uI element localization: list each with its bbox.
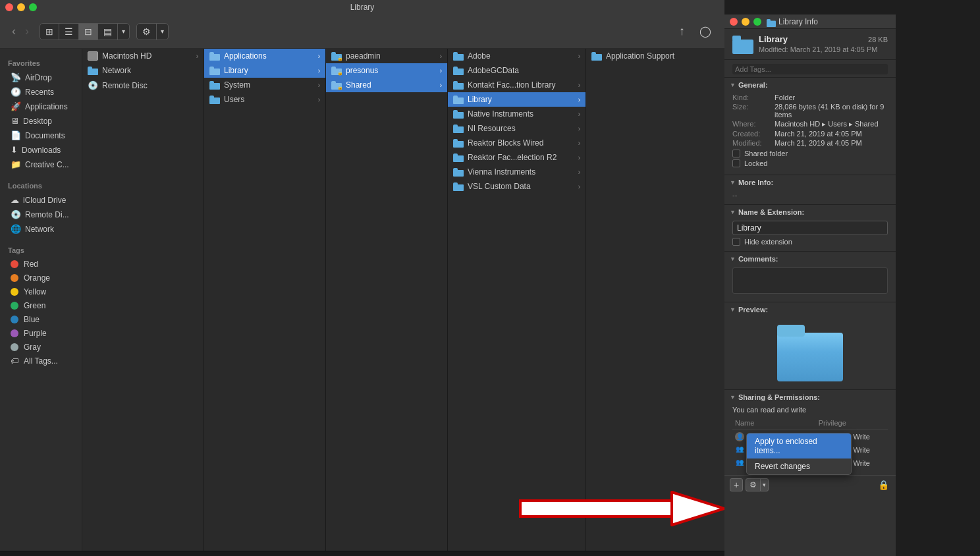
folder-icon — [209, 52, 220, 61]
general-section-header[interactable]: ▼ General: — [724, 78, 896, 92]
item-name: Library — [468, 95, 574, 104]
maximize-button[interactable] — [29, 3, 37, 11]
applications-icon: 🚀 — [11, 101, 21, 111]
list-item[interactable]: 🔒 presonus › — [326, 63, 447, 78]
shared-folder-row[interactable]: Shared folder — [732, 150, 888, 157]
list-item[interactable]: Reaktor Blocks Wired › — [448, 136, 585, 150]
view-column-button[interactable]: ⊟ — [79, 24, 98, 40]
forward-button[interactable]: › — [21, 23, 33, 40]
list-item[interactable]: Applications › — [204, 49, 325, 63]
list-item[interactable]: 🔒 Shared › — [326, 78, 447, 92]
revert-changes-item[interactable]: Revert changes — [747, 459, 851, 474]
sidebar-item-airdrop[interactable]: 📡 AirDrop — [3, 70, 79, 84]
sidebar-item-remotedi[interactable]: 💿 Remote Di... — [3, 208, 79, 221]
item-name: Applications — [224, 51, 314, 61]
minimize-button[interactable] — [17, 3, 25, 11]
name-input[interactable] — [732, 221, 888, 235]
sidebar-item-creative[interactable]: 📁 Creative C... — [3, 157, 79, 171]
sharing-label: Sharing & Permissions: — [738, 393, 820, 401]
tags-button[interactable]: ◯ — [694, 22, 717, 40]
view-gallery-button[interactable]: ▤ — [98, 24, 117, 40]
sidebar-item-recents[interactable]: 🕐 Recents — [3, 85, 79, 99]
comments-textarea[interactable] — [732, 267, 888, 294]
close-button[interactable] — [5, 3, 13, 11]
tag-orange[interactable]: Orange — [3, 271, 79, 285]
back-button[interactable]: ‹ — [8, 23, 20, 40]
column-1: Macintosh HD › Network 💿 Remote Disc — [82, 49, 204, 551]
list-item[interactable]: Library › — [448, 92, 585, 107]
list-item[interactable]: 🔒 paeadmin › — [326, 49, 447, 63]
tag-all[interactable]: 🏷 All Tags... — [3, 354, 79, 368]
hide-ext-label: Hide extension — [744, 238, 792, 246]
list-item[interactable]: 💿 Remote Disc — [82, 78, 204, 93]
add-tags-input[interactable] — [732, 64, 888, 74]
remotedi-label: Remote Di... — [25, 210, 69, 219]
sidebar-item-applications[interactable]: 🚀 Applications — [3, 99, 79, 113]
sidebar-item-downloads[interactable]: ⬇ Downloads — [3, 143, 79, 157]
name-extension-section: ▼ Name & Extension: Hide extension — [724, 205, 896, 252]
action-dropdown-button[interactable]: ▾ — [156, 24, 168, 40]
folder-lock-icon: 🔒 — [331, 81, 342, 90]
list-item[interactable]: Library › — [204, 63, 325, 78]
lock-button[interactable]: 🔒 — [877, 478, 890, 491]
list-item[interactable]: Kontakt Fac...tion Library › — [448, 78, 585, 92]
network-label: Network — [25, 225, 54, 234]
more-info-triangle: ▼ — [730, 179, 736, 186]
apply-enclosed-item[interactable]: Apply to enclosed items... — [747, 433, 851, 459]
sidebar-item-icloud[interactable]: ☁ iCloud Drive — [3, 193, 79, 207]
folder-icon — [453, 96, 464, 104]
sidebar-item-documents[interactable]: 📄 Documents — [3, 128, 79, 142]
item-name: Network — [102, 66, 198, 75]
sidebar-item-desktop[interactable]: 🖥 Desktop — [3, 114, 79, 128]
list-item[interactable]: Macintosh HD › — [82, 49, 204, 63]
preview-header[interactable]: ▼ Preview: — [724, 302, 896, 317]
created-value: March 21, 2019 at 4:05 PM — [775, 130, 862, 138]
list-item[interactable]: NI Resources › — [448, 121, 585, 136]
sharing-header[interactable]: ▼ Sharing & Permissions: — [724, 390, 896, 404]
arrow-icon: › — [578, 154, 580, 161]
sidebar-item-network[interactable]: 🌐 Network — [3, 222, 79, 236]
info-minimize-button[interactable] — [742, 18, 749, 26]
info-maximize-button[interactable] — [753, 18, 761, 26]
user-icon: 👤 — [735, 432, 744, 441]
list-item[interactable]: Adobe › — [448, 49, 585, 63]
hide-extension-row[interactable]: Hide extension — [732, 238, 888, 246]
list-item[interactable]: Vienna Instruments › — [448, 165, 585, 179]
tag-purple[interactable]: Purple — [3, 327, 79, 340]
action-button[interactable]: ⚙ — [137, 24, 156, 40]
tag-red[interactable]: Red — [3, 258, 79, 271]
list-item[interactable]: VSL Custom Data › — [448, 179, 585, 194]
svg-rect-9 — [209, 96, 214, 99]
name-extension-header[interactable]: ▼ Name & Extension: — [724, 205, 896, 219]
list-item[interactable]: AdobeGCData — [448, 63, 585, 78]
tag-yellow-label: Yellow — [24, 287, 46, 296]
svg-rect-41 — [732, 36, 741, 41]
gear-action-button[interactable]: ⚙ ▾ Apply to enclosed items... Revert ch… — [746, 478, 769, 491]
info-close-button[interactable] — [730, 18, 738, 26]
list-item[interactable]: Application Support — [586, 49, 724, 63]
locked-row[interactable]: Locked — [732, 159, 888, 167]
view-list-button[interactable]: ☰ — [59, 24, 79, 40]
share-button[interactable]: ↑ — [674, 22, 690, 41]
more-info-header[interactable]: ▼ More Info: — [724, 175, 896, 190]
item-name: Remote Disc — [102, 81, 198, 90]
list-item[interactable]: Native Instruments › — [448, 107, 585, 121]
list-item[interactable]: Users › — [204, 92, 325, 107]
favorites-header: Favorites — [0, 54, 82, 70]
list-item[interactable]: Reaktor Fac...election R2 › — [448, 150, 585, 165]
view-icon-button[interactable]: ⊞ — [40, 24, 59, 40]
downloads-label: Downloads — [22, 146, 61, 155]
item-name: presonus — [346, 66, 436, 75]
tag-gray[interactable]: Gray — [3, 341, 79, 354]
comments-header[interactable]: ▼ Comments: — [724, 252, 896, 266]
tag-yellow[interactable]: Yellow — [3, 285, 79, 298]
arrow-icon: › — [440, 67, 442, 74]
list-item[interactable]: System › — [204, 78, 325, 92]
tag-blue[interactable]: Blue — [3, 313, 79, 326]
svg-rect-17 — [453, 52, 458, 55]
tag-green[interactable]: Green — [3, 299, 79, 312]
list-item[interactable]: Network — [82, 63, 204, 78]
add-permission-button[interactable]: + — [730, 478, 743, 491]
modified-value: March 21, 2019 at 4:05 PM — [775, 139, 862, 147]
view-dropdown-button[interactable]: ▾ — [117, 24, 129, 40]
